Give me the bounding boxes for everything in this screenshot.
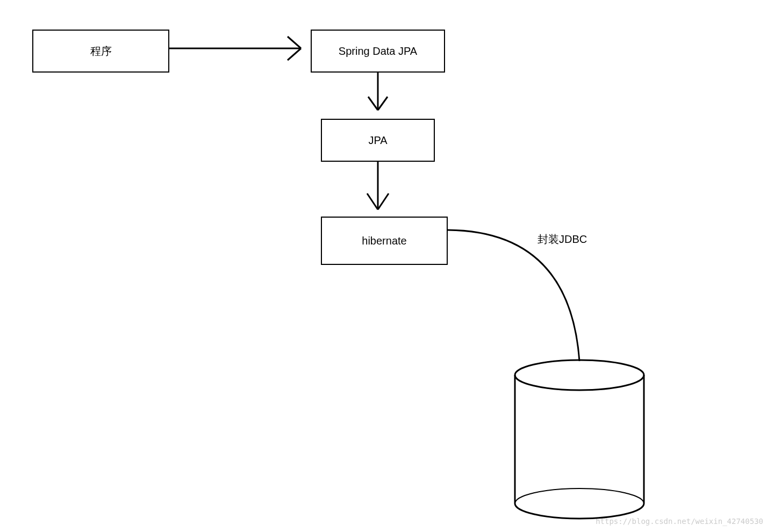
node-program-label: 程序 — [90, 44, 112, 59]
arrow-jpa-to-hibernate — [367, 162, 389, 210]
watermark-text: https://blog.csdn.net/weixin_42740530 — [596, 517, 763, 526]
node-jpa: JPA — [321, 119, 435, 162]
node-hibernate-label: hibernate — [362, 235, 406, 247]
svg-line-5 — [378, 97, 388, 110]
svg-point-9 — [515, 360, 644, 390]
svg-line-7 — [367, 193, 378, 210]
svg-line-1 — [288, 37, 301, 48]
diagram-connectors — [0, 0, 774, 532]
node-program: 程序 — [32, 30, 169, 73]
database-cylinder-icon — [515, 360, 644, 519]
arrow-springdata-to-jpa — [368, 73, 388, 110]
edge-label-jdbc: 封装JDBC — [538, 232, 587, 247]
node-spring-data-jpa-label: Spring Data JPA — [339, 45, 417, 57]
svg-line-8 — [378, 193, 389, 210]
arrow-program-to-springdata — [169, 37, 301, 60]
svg-line-2 — [288, 48, 301, 60]
connector-hibernate-to-db — [448, 230, 579, 361]
node-hibernate: hibernate — [321, 217, 448, 265]
node-spring-data-jpa: Spring Data JPA — [311, 30, 445, 73]
node-jpa-label: JPA — [368, 134, 387, 147]
svg-line-4 — [368, 97, 378, 110]
